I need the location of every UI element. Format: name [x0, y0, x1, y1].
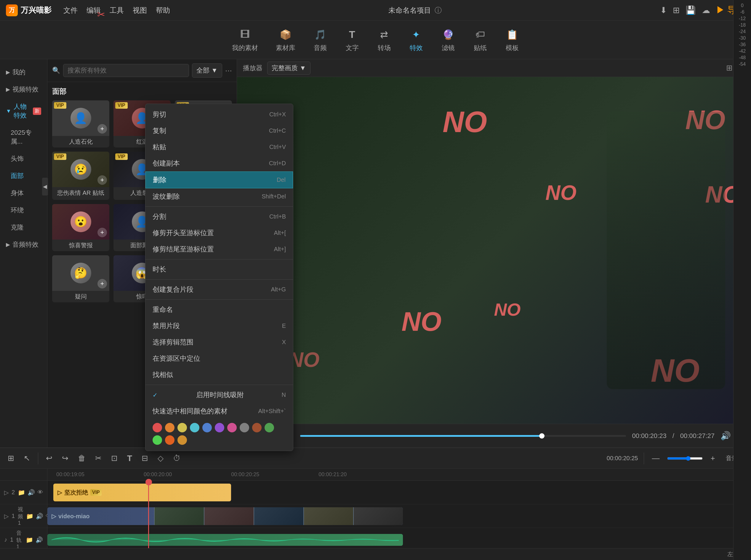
tool-template[interactable]: 📋 模板 [505, 27, 519, 53]
menu-file[interactable]: 文件 [63, 6, 78, 15]
import-icon[interactable]: ⬇ [660, 5, 667, 15]
sidebar-item-clone[interactable]: 克隆 [0, 219, 47, 236]
tl-frame[interactable]: ⊟ [140, 452, 150, 465]
tl-crop[interactable]: ⊡ [109, 452, 119, 465]
ctx-rename[interactable]: 重命名 [145, 301, 293, 318]
preview-progress[interactable] [300, 435, 626, 437]
tool-text[interactable]: T 文字 [345, 27, 359, 53]
ruler-spacer [0, 469, 47, 481]
tl-zoom-in[interactable]: + [709, 452, 717, 465]
track2-audio[interactable]: 🔊 [27, 489, 35, 496]
tl-text[interactable]: T [125, 452, 134, 465]
clip-audio[interactable] [47, 534, 403, 546]
tl-timer[interactable]: ⏱ [171, 452, 182, 465]
tl-cut[interactable]: ✂ [93, 452, 103, 465]
tool-filter[interactable]: 🔮 滤镜 [441, 27, 455, 53]
tool-effects[interactable]: ✦ 特效 [409, 27, 423, 53]
menu-view[interactable]: 视图 [133, 6, 147, 15]
tl-keyframe[interactable]: ◇ [156, 452, 165, 465]
tl-undo[interactable]: ↩ [44, 452, 54, 465]
clip-video[interactable]: ▷ video-miao [47, 507, 403, 525]
tool-transition[interactable]: ⇄ 转场 [377, 27, 391, 53]
sidebar-item-hair[interactable]: 头饰 [0, 150, 47, 167]
tool-my-material[interactable]: 🎞 我的素材 [232, 27, 258, 53]
clip-effect[interactable]: ▷ 坚次拒绝 VIP [53, 484, 231, 501]
tl-add-track[interactable]: ⊞ [6, 452, 16, 465]
layout-icon[interactable]: ⊞ [673, 5, 679, 15]
swatch-brown[interactable] [252, 423, 262, 432]
ctx-select-color[interactable]: 快速选中相同颜色的素材 Alt+Shift+` [145, 403, 293, 419]
swatch-red[interactable] [153, 423, 162, 432]
swatch-blue[interactable] [202, 423, 212, 432]
tracks-container: ▷ 坚次拒绝 VIP ▷ video-miao [47, 481, 751, 548]
ctx-copy[interactable]: 复制 Ctrl+C [145, 123, 293, 139]
sidebar-item-my[interactable]: ▶ 我的 [0, 64, 47, 81]
swatch-yellow[interactable] [177, 423, 187, 432]
effect-card-jingxi[interactable]: 😮 + 惊喜警报 [52, 204, 109, 251]
grid-view-icon[interactable]: ⊞ [726, 63, 733, 73]
ctx-cut[interactable]: 剪切 Ctrl+X [145, 106, 293, 123]
sidebar-item-video-effects[interactable]: ▶ 视频特效 [0, 81, 47, 98]
panel-collapse-btn[interactable]: ◀ [42, 178, 48, 196]
playhead[interactable] [148, 481, 149, 548]
ctx-trim-end[interactable]: 修剪结尾至游标位置 Alt+] [145, 241, 293, 257]
ctx-duplicate[interactable]: 创建副本 Ctrl+D [145, 155, 293, 172]
ctx-split[interactable]: 分割 Ctrl+B [145, 208, 293, 225]
sidebar-item-audio-effects[interactable]: ▶ 音频特效 [0, 236, 47, 253]
tl-zoom-slider[interactable] [667, 456, 703, 461]
save-icon[interactable]: 💾 [686, 5, 696, 15]
ctx-delete[interactable]: 删除 Del [145, 172, 293, 188]
swatch-lightgreen[interactable] [153, 435, 162, 445]
tool-sticker[interactable]: 🏷 贴纸 [473, 27, 487, 53]
cloud-icon[interactable]: ☁ [702, 5, 710, 15]
sidebar-item-person-effects[interactable]: ▼ 人物特效 新 [0, 98, 47, 124]
effect-card-yiwen[interactable]: 🤔 + 疑问 [52, 255, 109, 302]
sidebar-item-face[interactable]: 面部 [0, 167, 47, 184]
effect-card-renzhao[interactable]: VIP 👤 + 人造石化 [52, 100, 109, 147]
tl-zoom-out[interactable]: — [650, 452, 661, 465]
track1-audio[interactable]: 🔊 [36, 513, 43, 520]
audio-vol[interactable]: 🔊 [36, 536, 43, 543]
more-options-icon[interactable]: ··· [225, 66, 232, 75]
transition-icon: ⇄ [377, 27, 391, 42]
ctx-locate[interactable]: 在资源区中定位 [145, 350, 293, 367]
ctx-find-similar[interactable]: 找相似 [145, 367, 293, 383]
scroll-left[interactable]: 左 [727, 550, 733, 558]
filter-dropdown[interactable]: 全部 ▼ [192, 63, 222, 78]
tl-delete[interactable]: 🗑 [76, 452, 87, 465]
track1-folder[interactable]: 📁 [26, 513, 34, 520]
ctx-disable[interactable]: 禁用片段 E [145, 318, 293, 334]
swatch-purple[interactable] [215, 423, 224, 432]
ctx-compound[interactable]: 创建复合片段 Alt+G [145, 281, 293, 298]
swatch-orange[interactable] [165, 423, 175, 432]
tl-redo[interactable]: ↪ [60, 452, 70, 465]
track2-folder[interactable]: 📁 [18, 489, 25, 496]
sidebar-item-surround[interactable]: 环绕 [0, 202, 47, 219]
sidebar-item-body[interactable]: 身体 [0, 184, 47, 202]
audio-folder[interactable]: 📁 [26, 536, 33, 543]
tool-audio[interactable]: 🎵 音频 [313, 27, 328, 53]
swatch-darkorange[interactable] [165, 435, 175, 445]
swatch-cyan[interactable] [190, 423, 199, 432]
swatch-gold[interactable] [177, 435, 187, 445]
menu-tools[interactable]: 工具 [110, 6, 124, 15]
tool-material-lib[interactable]: 📦 素材库 [276, 27, 295, 53]
sidebar-item-2025[interactable]: 2025专属... [0, 124, 47, 150]
quality-select[interactable]: 完整画质 ▼ [267, 62, 311, 75]
ctx-trim-start[interactable]: 修剪开头至游标位置 Alt+[ [145, 225, 293, 241]
tl-select[interactable]: ↖ [22, 452, 32, 465]
search-input[interactable] [63, 64, 189, 77]
ctx-select-range[interactable]: 选择剪辑范围 X [145, 334, 293, 350]
ctx-snap[interactable]: ✓ 启用时间线吸附 N [145, 387, 293, 403]
ctx-duration[interactable]: 时长 [145, 261, 293, 278]
effect-card-beishang[interactable]: VIP 😢 + 悲伤表情 AR 贴纸 [52, 152, 109, 200]
clip-video-label: video-miao [58, 513, 90, 520]
swatch-green[interactable] [264, 423, 274, 432]
ctx-ripple-delete[interactable]: 波纹删除 Shift+Del [145, 188, 293, 205]
ctx-paste[interactable]: 粘贴 Ctrl+V [145, 139, 293, 155]
track2-eye[interactable]: 👁 [37, 489, 43, 496]
menu-help[interactable]: 帮助 [156, 6, 170, 15]
swatch-gray[interactable] [240, 423, 249, 432]
preview-sound[interactable]: 🔊 [720, 431, 731, 441]
swatch-pink[interactable] [227, 423, 237, 432]
